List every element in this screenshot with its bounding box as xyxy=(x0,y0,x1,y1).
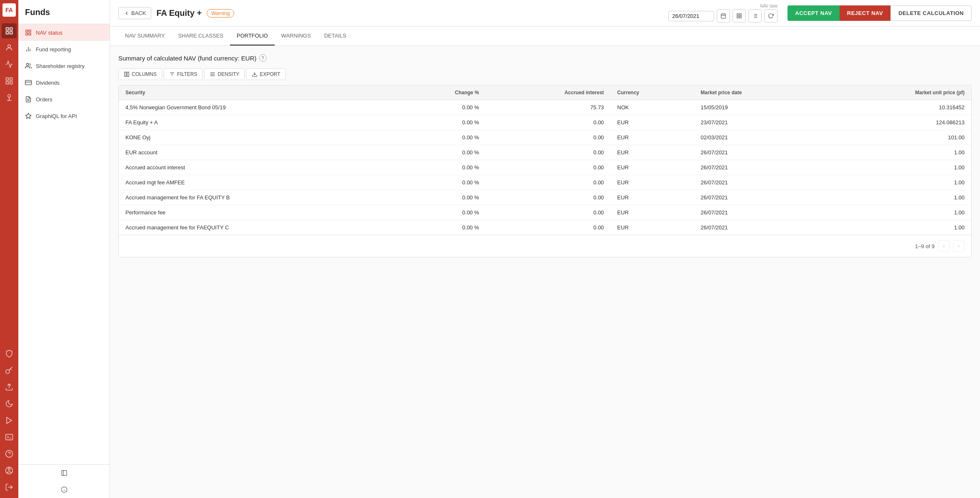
shareholder-icon xyxy=(25,63,32,69)
density-button[interactable]: DENSITY xyxy=(204,68,245,80)
cell-currency: EUR xyxy=(610,205,694,220)
reject-nav-button[interactable]: REJECT NAV xyxy=(840,5,890,21)
rail-shield[interactable] xyxy=(2,346,17,361)
cell-change-pct: 0.00 % xyxy=(397,160,486,175)
rail-nav-status[interactable] xyxy=(2,23,17,38)
tab-nav-summary[interactable]: NAV SUMMARY xyxy=(118,27,172,45)
col-security: Security xyxy=(119,86,397,100)
tab-warnings[interactable]: WARNINGS xyxy=(275,27,318,45)
rail-play[interactable] xyxy=(2,413,17,428)
table-row: 4,5% Norwegian Government Bond 05/19 0.0… xyxy=(119,100,971,115)
table-row: EUR account 0.00 % 0.00 EUR 26/07/2021 1… xyxy=(119,145,971,160)
cell-currency: NOK xyxy=(610,100,694,115)
back-button[interactable]: BACK xyxy=(118,7,151,19)
table-row: Accrued management fee for FAEQUITY C 0.… xyxy=(119,220,971,235)
rail-grid[interactable] xyxy=(2,73,17,88)
sidebar-item-nav-status[interactable]: NAV status xyxy=(18,24,110,41)
cell-security: Accrued mgt fee AMFEE xyxy=(119,175,397,190)
columns-button[interactable]: COLUMNS xyxy=(118,68,162,80)
cell-accrued-interest: 0.00 xyxy=(486,160,611,175)
tabs-bar: NAV SUMMARY SHARE CLASSES PORTFOLIO WARN… xyxy=(110,27,980,46)
refresh-icon-btn[interactable] xyxy=(764,9,778,23)
tab-portfolio[interactable]: PORTFOLIO xyxy=(230,27,275,45)
cell-security: EUR account xyxy=(119,145,397,160)
sidebar-collapse-btn[interactable] xyxy=(18,465,110,481)
help-icon[interactable]: ? xyxy=(259,54,267,62)
sidebar-item-dividends[interactable]: Dividends xyxy=(18,74,110,91)
sidebar-item-graphiql[interactable]: GraphiQL for API xyxy=(18,108,110,124)
tab-details[interactable]: DETAILS xyxy=(318,27,353,45)
svg-rect-3 xyxy=(10,32,12,34)
cell-security: Performance fee xyxy=(119,205,397,220)
rail-logout[interactable] xyxy=(2,480,17,495)
svg-rect-5 xyxy=(6,78,9,80)
filters-button[interactable]: FILTERS xyxy=(164,68,202,80)
cell-accrued-interest: 75.73 xyxy=(486,100,611,115)
rail-moon[interactable] xyxy=(2,396,17,411)
cell-security: KONE Oyj xyxy=(119,130,397,145)
rail-users[interactable] xyxy=(2,40,17,55)
icon-rail: FA xyxy=(0,0,18,498)
sidebar-item-label: NAV status xyxy=(36,30,62,36)
sidebar-item-orders[interactable]: Orders xyxy=(18,91,110,108)
svg-rect-6 xyxy=(10,78,12,80)
sidebar-item-label: Orders xyxy=(36,96,52,103)
svg-marker-12 xyxy=(7,418,12,424)
col-market-price-date: Market price date xyxy=(694,86,823,100)
cell-currency: EUR xyxy=(610,115,694,130)
cell-market-unit-price: 1.00 xyxy=(823,190,971,205)
cell-market-price-date: 26/07/2021 xyxy=(694,160,823,175)
cell-accrued-interest: 0.00 xyxy=(486,115,611,130)
cell-market-unit-price: 101.00 xyxy=(823,130,971,145)
nav-date-label: NAV date xyxy=(760,4,778,8)
rail-user-circle[interactable] xyxy=(2,463,17,478)
cell-change-pct: 0.00 % xyxy=(397,175,486,190)
svg-rect-38 xyxy=(737,14,739,15)
api-icon xyxy=(25,113,32,119)
sidebar-item-fund-reporting[interactable]: Fund reporting xyxy=(18,41,110,58)
rail-help[interactable] xyxy=(2,446,17,461)
cell-accrued-interest: 0.00 xyxy=(486,175,611,190)
export-button[interactable]: EXPORT xyxy=(246,68,285,80)
delete-calculation-button[interactable]: DELETE CALCULATION xyxy=(890,5,972,21)
svg-rect-24 xyxy=(25,80,32,85)
sidebar-item-label: Fund reporting xyxy=(36,46,71,53)
next-page-button[interactable] xyxy=(953,240,965,252)
list-view-icon-btn[interactable] xyxy=(748,9,762,23)
cell-accrued-interest: 0.00 xyxy=(486,190,611,205)
prev-page-button[interactable] xyxy=(938,240,950,252)
rail-key[interactable] xyxy=(2,363,17,378)
sidebar: Funds NAV status Fund reporting Sharehol… xyxy=(18,0,110,498)
rail-person[interactable] xyxy=(2,90,17,105)
pagination-text: 1–9 of 9 xyxy=(915,243,935,249)
rail-terminal[interactable] xyxy=(2,430,17,445)
rail-analytics[interactable] xyxy=(2,57,17,72)
svg-rect-29 xyxy=(62,470,67,475)
svg-marker-28 xyxy=(25,113,31,118)
list-view-icon xyxy=(752,13,758,19)
back-icon xyxy=(124,10,130,16)
nav-date-input[interactable] xyxy=(668,11,714,21)
accept-nav-button[interactable]: ACCEPT NAV xyxy=(788,5,840,21)
cell-market-unit-price: 1.00 xyxy=(823,145,971,160)
sidebar-item-shareholder-registry[interactable]: Shareholder registry xyxy=(18,58,110,74)
svg-rect-34 xyxy=(721,14,726,18)
cell-security: Accrued management fee for FA EQUITY B xyxy=(119,190,397,205)
cell-security: Accrued account interest xyxy=(119,160,397,175)
table-row: KONE Oyj 0.00 % 0.00 EUR 02/03/2021 101.… xyxy=(119,130,971,145)
grid-view-icon-btn[interactable] xyxy=(732,9,746,23)
sidebar-info-btn[interactable] xyxy=(18,481,110,498)
svg-rect-40 xyxy=(737,16,739,18)
rail-upload[interactable] xyxy=(2,380,17,395)
export-icon xyxy=(252,71,258,77)
svg-rect-0 xyxy=(6,28,9,30)
calendar-icon-btn[interactable] xyxy=(717,9,730,23)
tab-share-classes[interactable]: SHARE CLASSES xyxy=(172,27,230,45)
filters-icon xyxy=(169,71,175,77)
main-content: BACK FA Equity + Warning NAV date xyxy=(110,0,980,498)
topbar: BACK FA Equity + Warning NAV date xyxy=(110,0,980,27)
orders-icon xyxy=(25,96,32,103)
cell-market-price-date: 26/07/2021 xyxy=(694,220,823,235)
svg-rect-2 xyxy=(6,32,9,34)
svg-point-4 xyxy=(8,45,11,48)
